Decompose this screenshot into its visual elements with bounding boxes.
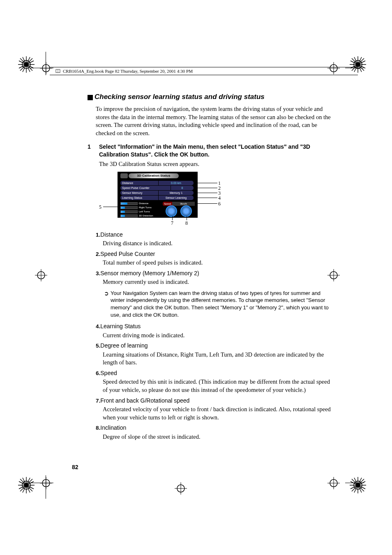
item-7: 7.Front and back G/Rotational speed — [96, 397, 332, 405]
step-1: 1 Select "Information" in the Main menu,… — [88, 143, 332, 159]
calibration-figure: 3D Calibration Status Distance 0.03 km S… — [99, 172, 332, 225]
registration-mark-icon — [175, 482, 187, 495]
step-number: 1 — [88, 143, 99, 159]
registration-mark-icon — [327, 477, 340, 489]
header-text: CRB1654A_Eng.book Page 82 Thursday, Sept… — [63, 69, 193, 74]
step-text: Select "Information" in the Main menu, t… — [99, 143, 332, 159]
page-content: Checking sensor learning status and driv… — [88, 92, 332, 443]
note-text: Your Navigation System can learn the dri… — [111, 290, 332, 318]
item-3: 3.Sensor memory (Memory 1/Memory 2) — [96, 269, 332, 278]
starburst-icon — [349, 477, 367, 494]
callout-6: 6 — [218, 200, 221, 207]
item-2: 2.Speed Pulse Counter — [96, 250, 332, 258]
registration-mark-icon — [40, 477, 52, 489]
document-header: CRB1654A_Eng.book Page 82 Thursday, Sept… — [50, 67, 358, 75]
note-block: ➲ Your Navigation System can learn the d… — [104, 290, 332, 318]
step-followup: The 3D Calibration Status screen appears… — [99, 160, 332, 168]
item-8: 8.Inclination — [96, 424, 332, 432]
item-5: 5.Degree of learning — [96, 342, 332, 350]
callout-7: 7 — [171, 220, 173, 226]
starburst-icon — [18, 56, 35, 73]
registration-mark-icon — [35, 269, 47, 281]
figure-title: 3D Calibration Status — [129, 173, 179, 178]
note-arrow-icon: ➲ — [104, 290, 111, 318]
item-4: 4.Learning Status — [96, 322, 332, 331]
definition-list: 1.Distance Driving distance is indicated… — [88, 231, 332, 441]
section-title: Checking sensor learning status and driv… — [88, 92, 332, 102]
square-bullet-icon — [88, 95, 93, 100]
intro-paragraph: To improve the precision of navigation, … — [96, 105, 332, 137]
callout-8: 8 — [185, 220, 188, 226]
item-6: 6.Speed — [96, 369, 332, 378]
callout-5: 5 — [99, 204, 101, 210]
item-1: 1.Distance — [96, 231, 332, 239]
book-icon — [55, 69, 60, 73]
starburst-icon — [18, 477, 35, 494]
page-number: 82 — [72, 464, 78, 470]
